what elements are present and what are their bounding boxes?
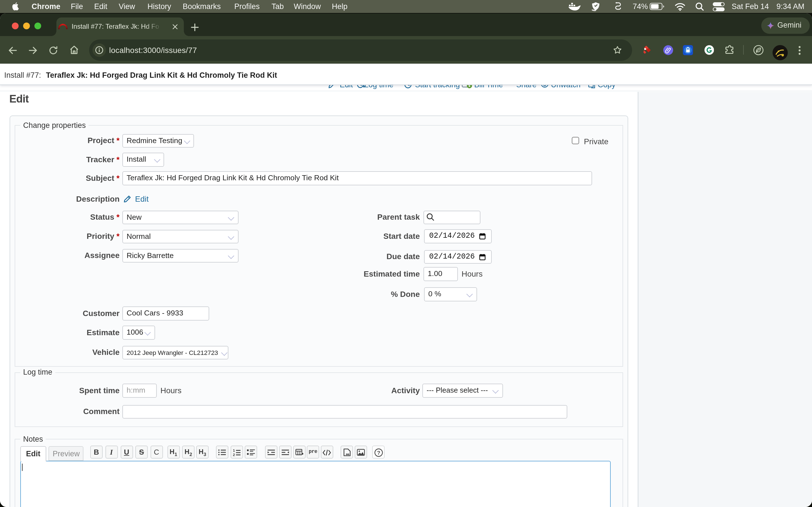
- svg-text:1: 1: [233, 449, 235, 452]
- svg-text:?: ?: [377, 450, 380, 455]
- svg-text:2: 2: [233, 452, 235, 456]
